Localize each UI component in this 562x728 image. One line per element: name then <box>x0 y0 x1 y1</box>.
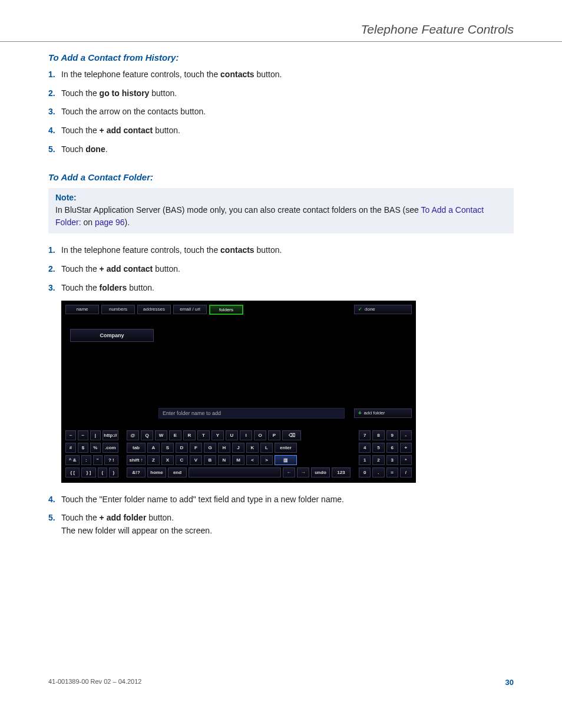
keyboard-key[interactable]: " <box>93 455 103 465</box>
keyboard-key[interactable]: < <box>246 455 259 465</box>
keyboard-key[interactable]: = <box>386 467 398 477</box>
keyboard-key[interactable]: > <box>260 455 273 465</box>
keyboard-key[interactable]: S <box>161 443 174 453</box>
keyboard-key[interactable]: N <box>218 455 230 465</box>
keyboard-key[interactable]: 4 <box>359 443 371 453</box>
folder-step-3: Touch the folders button. <box>48 282 514 295</box>
keyboard-key[interactable]: O <box>254 430 266 440</box>
keyboard-key[interactable]: V <box>190 455 202 465</box>
keyboard-key[interactable]: 6 <box>386 443 398 453</box>
keyboard-key[interactable]: .com <box>103 443 118 453</box>
keyboard-key[interactable]: @ <box>127 430 139 440</box>
keyboard-key[interactable]: F <box>190 443 202 453</box>
keyboard-key[interactable]: J <box>232 443 244 453</box>
history-step-3: Touch the arrow on the contacts button. <box>48 106 514 118</box>
keyboard-key[interactable]: → <box>297 467 309 477</box>
tab-folders[interactable]: folders <box>209 305 243 315</box>
keyboard-key[interactable]: B <box>204 455 216 465</box>
keyboard-key[interactable]: http:// <box>103 430 118 440</box>
keyboard-key[interactable]: M <box>232 455 244 465</box>
keyboard-key[interactable]: 2 <box>372 455 384 465</box>
keyboard-key[interactable]: Y <box>211 430 224 440</box>
keyboard-key[interactable]: Z <box>147 455 160 465</box>
keyboard-key[interactable]: H <box>218 443 230 453</box>
keyboard-key[interactable]: 5 <box>372 443 384 453</box>
keyboard-key[interactable]: C <box>176 455 188 465</box>
keyboard-key[interactable]: &!? <box>127 467 146 477</box>
keyboard-key[interactable]: $ <box>78 443 88 453</box>
keyboard-key[interactable]: * <box>400 455 412 465</box>
keyboard-key[interactable]: Q <box>141 430 153 440</box>
keyboard-key[interactable]: undo <box>311 467 330 477</box>
keyboard-key[interactable]: shift ↑ <box>127 455 146 465</box>
keyboard-key[interactable]: tab <box>127 443 146 453</box>
keyboard-key[interactable]: D <box>176 443 188 453</box>
keyboard-key[interactable]: K <box>246 443 259 453</box>
keyboard-key[interactable]: - <box>400 430 412 440</box>
keyboard-key[interactable]: + <box>400 443 412 453</box>
keyboard-key[interactable]: R <box>183 430 196 440</box>
keyboard-key[interactable]: ▥ <box>275 455 297 465</box>
folder-name-input[interactable]: Enter folder name to add <box>158 408 345 419</box>
tab-numbers[interactable]: numbers <box>101 305 135 314</box>
keyboard-key[interactable]: ) <box>109 467 118 477</box>
company-folder-button[interactable]: Company <box>70 329 154 342</box>
check-icon: ✓ <box>358 307 362 312</box>
note-title: Note: <box>55 192 507 204</box>
tab-row: name numbers addresses email / url folde… <box>65 305 243 315</box>
history-step-4: Touch the + add contact button. <box>48 124 514 137</box>
steps-folder-1: In the telephone feature controls, touch… <box>48 244 514 294</box>
keyboard-key[interactable]: ⌫ <box>282 430 301 440</box>
note-link-page-ref[interactable]: page 96 <box>95 218 125 227</box>
keyboard-key[interactable]: 0 <box>359 467 371 477</box>
tab-email-url[interactable]: email / url <box>173 305 207 314</box>
keyboard-key[interactable]: W <box>155 430 167 440</box>
tab-name[interactable]: name <box>65 305 99 314</box>
keyboard-key[interactable]: % <box>90 443 101 453</box>
keyboard-key[interactable]: ~ <box>65 430 76 440</box>
keyboard-key[interactable]: L <box>260 443 273 453</box>
keyboard-key[interactable]: : <box>81 455 91 465</box>
tab-addresses[interactable]: addresses <box>137 305 171 314</box>
page-number: 30 <box>505 678 514 687</box>
keyboard-key[interactable]: 1 <box>359 455 371 465</box>
keyboard-key[interactable]: end <box>168 467 187 477</box>
heading-add-from-history: To Add a Contact from History: <box>48 52 514 62</box>
keyboard-key[interactable]: ? ! <box>104 455 118 465</box>
keyboard-key[interactable]: ← <box>283 467 295 477</box>
keyboard-key[interactable]: 7 <box>359 430 371 440</box>
keyboard-key[interactable]: U <box>226 430 238 440</box>
keyboard-key[interactable]: 8 <box>372 430 384 440</box>
header-rule <box>0 41 562 42</box>
steps-folder-2: Touch the "Enter folder name to add" tex… <box>48 493 514 538</box>
keyboard-key[interactable]: A <box>147 443 160 453</box>
done-button[interactable]: ✓ done <box>354 305 412 314</box>
keyboard-key[interactable]: T <box>197 430 210 440</box>
keyboard-key[interactable]: − <box>78 430 88 440</box>
keyboard-key[interactable]: ( <box>98 467 107 477</box>
keyboard-key[interactable] <box>189 467 281 477</box>
keyboard-key[interactable]: P <box>268 430 280 440</box>
keyboard-key[interactable]: X <box>161 455 174 465</box>
keyboard-key[interactable]: enter <box>275 443 297 453</box>
steps-history: In the telephone feature controls, touch… <box>48 68 514 156</box>
keyboard-key[interactable]: { [ <box>65 467 80 477</box>
keyboard-key[interactable]: . <box>372 467 384 477</box>
keyboard-key[interactable]: } ] <box>81 467 95 477</box>
keyboard-key[interactable]: E <box>169 430 181 440</box>
keyboard-key[interactable]: home <box>147 467 166 477</box>
history-step-2: Touch the go to history button. <box>48 87 514 100</box>
keyboard-key[interactable]: | <box>90 430 101 440</box>
keyboard-key[interactable]: I <box>240 430 252 440</box>
keyboard-key[interactable]: 123 <box>332 467 351 477</box>
keyboard-key[interactable]: / <box>400 467 412 477</box>
keyboard-key[interactable]: 9 <box>386 430 398 440</box>
keyboard-key[interactable]: # <box>65 443 76 453</box>
keyboard-key[interactable]: 3 <box>386 455 398 465</box>
folder-step-5: Touch the + add folder button. The new f… <box>48 512 514 537</box>
folder-step-5-sub: The new folder will appear on the screen… <box>61 525 514 538</box>
keyboard-key[interactable]: ^ & <box>65 455 80 465</box>
keyboard-key[interactable]: G <box>204 443 216 453</box>
add-folder-button[interactable]: + add folder <box>354 409 412 418</box>
heading-add-folder: To Add a Contact Folder: <box>48 172 514 182</box>
